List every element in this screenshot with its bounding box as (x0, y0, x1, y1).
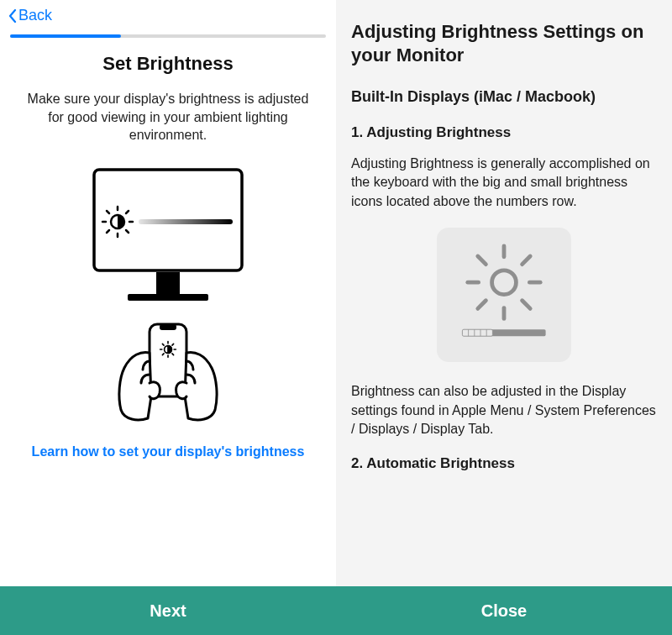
svg-line-21 (172, 344, 174, 345)
svg-rect-12 (139, 219, 233, 224)
svg-rect-14 (160, 324, 176, 330)
close-button[interactable]: Close (336, 586, 672, 635)
section-heading-2: 2. Automatic Brightness (351, 455, 657, 472)
setup-panel: Back Set Brightness Make sure your displ… (0, 0, 336, 635)
svg-rect-1 (156, 272, 180, 294)
phone-brightness-illustration (101, 319, 235, 424)
monitor-brightness-illustration (84, 165, 252, 307)
svg-rect-34 (462, 329, 492, 336)
setup-content: Set Brightness Make sure your display's … (0, 53, 336, 586)
next-button[interactable]: Next (0, 586, 336, 635)
help-content: Adjusting Brightness Settings on your Mo… (336, 0, 672, 586)
svg-line-20 (162, 344, 164, 345)
help-subtitle: Built-In Displays (iMac / Macbook) (351, 88, 657, 106)
back-button[interactable]: Back (0, 0, 336, 28)
help-panel: Adjusting Brightness Settings on your Mo… (336, 0, 672, 635)
progress-bar (10, 34, 326, 38)
svg-line-31 (478, 301, 486, 309)
svg-line-32 (522, 301, 531, 309)
brightness-key-illustration (437, 228, 571, 362)
svg-line-29 (478, 256, 486, 265)
chevron-left-icon (8, 9, 17, 23)
svg-line-22 (162, 354, 164, 355)
section-1-paragraph-1: Adjusting Brightness is generally accomp… (351, 155, 657, 211)
back-label: Back (18, 7, 52, 24)
help-title: Adjusting Brightness Settings on your Mo… (351, 20, 657, 66)
svg-rect-2 (128, 294, 208, 301)
page-description: Make sure your display's brightness is a… (25, 90, 311, 144)
section-heading-1: 1. Adjusting Brightness (351, 124, 657, 141)
section-1-paragraph-2: Brightness can also be adjusted in the D… (351, 382, 657, 438)
svg-line-23 (172, 354, 174, 355)
page-title: Set Brightness (102, 53, 233, 75)
learn-brightness-link[interactable]: Learn how to set your display's brightne… (32, 444, 305, 459)
svg-line-30 (522, 256, 531, 265)
svg-point-24 (492, 270, 517, 295)
progress-fill (10, 34, 121, 38)
